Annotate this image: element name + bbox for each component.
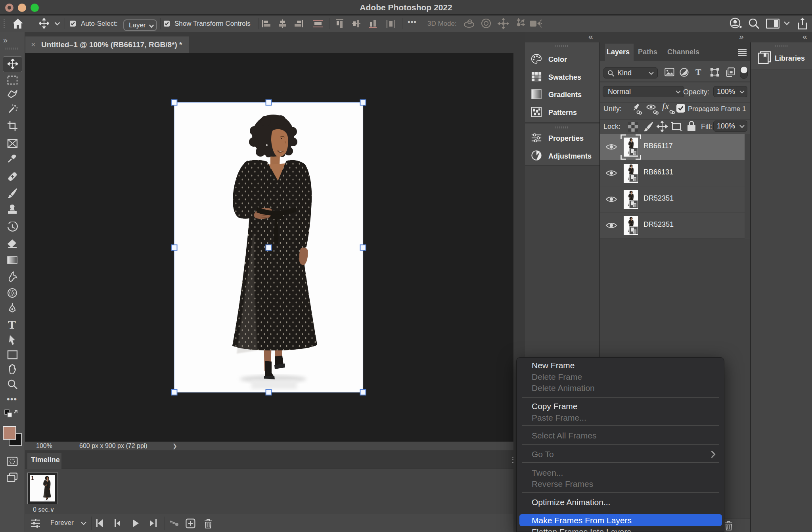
svg-text:fx: fx xyxy=(662,102,669,111)
